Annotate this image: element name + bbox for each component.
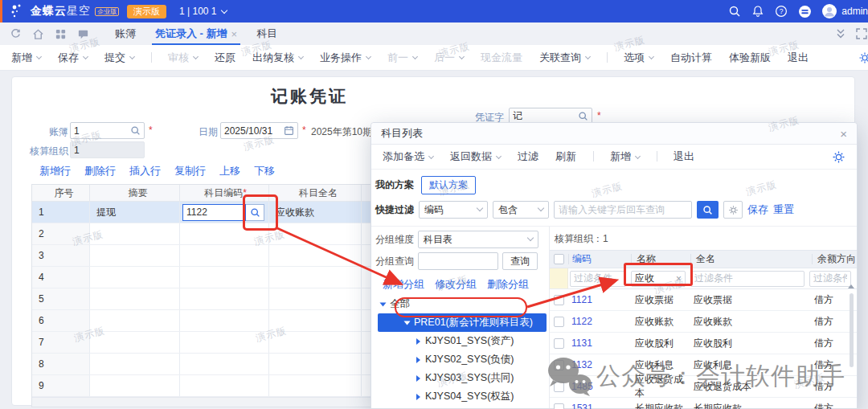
row-checkbox[interactable] — [554, 360, 564, 370]
toolbar-item[interactable]: 出纳复核 — [252, 51, 303, 65]
sync-icon[interactable] — [10, 28, 22, 40]
tree-node[interactable]: KJYS03_SYS(共同) — [371, 369, 549, 387]
subject-code[interactable]: 1485 — [568, 381, 630, 392]
dialog-toolbar-item[interactable]: 返回数据 — [450, 149, 501, 164]
toolbar-settings-gear-icon[interactable] — [858, 51, 868, 64]
account-code-cell[interactable] — [180, 354, 269, 374]
grid-scrollbar[interactable] — [847, 284, 855, 367]
subject-row[interactable]: 1531 长期应收款 长期应收款 借方 — [550, 398, 857, 409]
account-code-input[interactable]: 1122 — [182, 204, 246, 221]
group-query-input[interactable] — [418, 252, 498, 270]
subject-row[interactable]: 1132 应收利息 应收利息 借方 — [550, 354, 857, 376]
apps-icon[interactable] — [55, 28, 67, 40]
toolbar-item[interactable]: 审核 — [151, 51, 198, 65]
toolbar-item[interactable]: 还原 — [215, 51, 235, 65]
tree-node[interactable]: KJYS02_SYS(负债) — [371, 350, 549, 369]
toolbar-item[interactable]: 新增 — [11, 51, 41, 65]
default-scheme-chip[interactable]: 默认方案 — [421, 176, 476, 194]
summary-cell[interactable] — [90, 332, 180, 353]
account-name-cell[interactable] — [269, 267, 362, 288]
scroll-up-icon[interactable] — [848, 284, 854, 288]
column-header-code[interactable]: 编码 — [569, 252, 631, 266]
toolbar-item[interactable]: 选项 — [607, 51, 653, 65]
group-action-link[interactable]: 新增分组 — [383, 277, 424, 292]
dialog-toolbar-item[interactable]: 过滤 — [518, 149, 538, 164]
account-name-cell[interactable] — [269, 354, 362, 374]
toolbar-item[interactable]: 退出 — [788, 51, 809, 65]
avatar[interactable] — [822, 4, 837, 18]
toolbar-item[interactable]: 保存 — [58, 51, 88, 65]
account-code-cell[interactable] — [180, 267, 269, 288]
dialog-settings-gear-icon[interactable] — [832, 150, 845, 164]
summary-cell[interactable] — [90, 310, 180, 331]
subject-row[interactable]: 1122 应收账款 应收账款 借方 — [550, 311, 857, 333]
row-checkbox[interactable] — [554, 338, 564, 349]
group-action-link[interactable]: 修改分组 — [435, 277, 477, 292]
theme-toggle-icon[interactable] — [798, 5, 812, 18]
subject-code[interactable]: 1531 — [568, 403, 630, 409]
row-action-link[interactable]: 复制行 — [174, 164, 206, 178]
summary-cell[interactable] — [90, 245, 180, 266]
help-icon[interactable]: ? — [775, 5, 788, 18]
search-button[interactable] — [697, 201, 719, 219]
summary-cell[interactable] — [90, 288, 180, 309]
tree-node[interactable]: KJYS04_SYS(权益) — [371, 387, 549, 406]
tree-node[interactable]: 全部 — [371, 295, 549, 313]
summary-cell[interactable] — [90, 354, 180, 374]
subject-row[interactable]: 1485 应收退货成本 应收退货成本 借方 — [550, 376, 857, 398]
row-action-link[interactable]: 下移 — [254, 164, 275, 178]
account-code-cell[interactable] — [180, 245, 269, 266]
direction-filter-input[interactable]: 过滤条件 — [809, 271, 851, 287]
home-icon[interactable] — [32, 28, 44, 40]
toolbar-item[interactable]: 前一 — [387, 51, 417, 65]
account-name-cell[interactable] — [269, 332, 362, 353]
row-action-link[interactable]: 删除行 — [84, 164, 116, 178]
toolbar-item[interactable]: 业务操作 — [320, 51, 371, 65]
column-header-direction[interactable]: 余额方向 — [813, 252, 857, 266]
scrollbar-thumb[interactable] — [850, 293, 854, 367]
select-all-cell[interactable] — [550, 251, 568, 268]
account-code-cell[interactable] — [180, 223, 269, 244]
row-checkbox[interactable] — [554, 382, 564, 392]
account-lookup-button[interactable] — [246, 204, 264, 221]
dialog-toolbar-item[interactable]: 新增 — [593, 149, 640, 164]
group-action-link[interactable]: 删除分组 — [487, 277, 529, 292]
dialog-toolbar-item[interactable]: 添加备选 — [383, 149, 433, 164]
filter-field-select[interactable]: 编码 — [419, 201, 488, 219]
row-checkbox[interactable] — [554, 295, 564, 305]
code-filter-input[interactable]: 过滤条件 — [570, 271, 626, 287]
clear-filter-icon[interactable]: × — [676, 273, 682, 284]
message-icon[interactable] — [77, 28, 89, 40]
group-dimension-select[interactable]: 科目表 — [418, 231, 538, 248]
tree-node[interactable]: KJYS01_SYS(资产) — [371, 332, 549, 350]
fullscreen-icon[interactable] — [855, 27, 868, 40]
row-action-link[interactable]: 上移 — [219, 164, 240, 178]
summary-cell[interactable] — [90, 223, 180, 244]
row-checkbox[interactable] — [554, 403, 564, 409]
account-name-cell[interactable] — [269, 245, 362, 266]
fullname-filter-input[interactable]: 过滤条件 — [690, 271, 805, 287]
subject-code[interactable]: 1132 — [568, 359, 630, 370]
summary-cell[interactable] — [90, 267, 180, 288]
dialog-toolbar-item[interactable]: 刷新 — [555, 149, 576, 164]
tab[interactable]: 科目 × — [247, 22, 287, 45]
book-field[interactable]: 1 — [70, 122, 145, 139]
account-name-cell[interactable] — [269, 310, 362, 331]
lookup-icon[interactable] — [130, 125, 141, 136]
account-code-cell[interactable] — [180, 288, 269, 309]
toolbar-item[interactable]: 体验新版 — [729, 51, 771, 65]
account-name-cell[interactable] — [269, 288, 362, 309]
toolbar-item[interactable]: 后一 — [434, 51, 464, 65]
account-name-cell[interactable]: 应收账款 — [269, 202, 362, 223]
calendar-icon[interactable] — [284, 125, 294, 136]
account-code-cell[interactable] — [180, 375, 269, 396]
toolbar-item[interactable]: 提交 — [104, 51, 134, 65]
filter-settings-button[interactable] — [723, 201, 743, 219]
toolbar-item[interactable]: 关联查询 — [539, 51, 590, 65]
tab[interactable]: 凭证录入 - 新增 × — [145, 22, 247, 45]
summary-cell[interactable] — [90, 375, 180, 396]
date-field[interactable]: 2025/10/31 — [220, 122, 298, 139]
dialog-toolbar-item[interactable]: 退出 — [657, 149, 694, 164]
subject-code[interactable]: 1131 — [568, 337, 630, 349]
column-header-fullname[interactable]: 全名 — [691, 252, 812, 266]
